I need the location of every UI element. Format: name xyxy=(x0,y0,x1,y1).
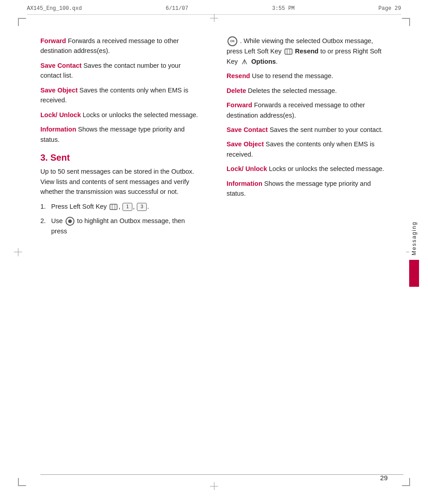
right-term-forward-label: Forward xyxy=(227,101,252,109)
resend-label: Resend xyxy=(295,48,319,55)
right-term-resend-label: Resend xyxy=(227,72,250,79)
term-save-object: Save Object Saves the contents only when… xyxy=(40,85,201,105)
right-term-save-contact: Save Contact Saves the sent number to yo… xyxy=(227,125,388,135)
section-intro: Up to 50 sent messages can be stored in … xyxy=(40,167,201,197)
step1: 1. Press Left Soft Key , 1, 3. xyxy=(40,202,201,211)
term-save-contact: Save Contact Saves the contact number to… xyxy=(40,61,201,81)
rsk-icon xyxy=(240,58,249,66)
term-save-object-label: Save Object xyxy=(40,87,78,94)
corner-bl xyxy=(18,478,26,486)
right-term-information-label: Information xyxy=(227,180,262,187)
right-term-save-object: Save Object Saves the contents only when… xyxy=(227,139,388,159)
section-title-sent: 3. Sent xyxy=(40,153,201,163)
term-save-contact-label: Save Contact xyxy=(40,62,82,69)
step2-num: 2. xyxy=(40,216,49,236)
header-time: 3:55 PM xyxy=(272,5,294,12)
sidebar-label: Messaging xyxy=(409,217,419,259)
right-terms: Resend Use to resend the message. Delete… xyxy=(227,71,388,199)
right-term-save-contact-def: Saves the sent number to your contact. xyxy=(270,126,383,133)
nav-icon xyxy=(66,217,74,226)
step2-continued: . While viewing the selected Outbox mess… xyxy=(227,36,388,66)
bottom-divider xyxy=(40,474,403,475)
header-bar: AX145_Eng_100.qxd 6/11/07 3:55 PM Page 2… xyxy=(27,5,401,15)
header-page: Page 29 xyxy=(379,5,401,12)
term-forward: Forward Forwards a received message to o… xyxy=(40,36,201,56)
term-information: Information Shows the message type prior… xyxy=(40,124,201,145)
left-terms: Forward Forwards a received message to o… xyxy=(40,36,201,145)
right-term-lock-unlock: Lock/ Unlock Locks or unlocks the select… xyxy=(227,164,388,174)
step2-content: Use to highlight an Outbox message, then… xyxy=(51,216,201,236)
term-lock-unlock-def: Locks or unlocks the selected message. xyxy=(83,111,198,118)
right-term-resend: Resend Use to resend the message. xyxy=(227,71,388,81)
right-term-delete: Delete Deletes the selected message. xyxy=(227,86,388,96)
header-filename: AX145_Eng_100.qxd xyxy=(27,5,82,12)
corner-tl xyxy=(18,18,26,26)
svg-rect-0 xyxy=(110,204,117,210)
right-term-save-contact-label: Save Contact xyxy=(227,126,268,133)
key-1: 1 xyxy=(122,203,132,211)
step2: 2. Use to highlight an Outbox message, t… xyxy=(40,216,201,236)
lsk-icon xyxy=(109,203,118,211)
term-forward-label: Forward xyxy=(40,37,66,44)
corner-br xyxy=(402,478,410,486)
step1-content: Press Left Soft Key , 1, 3. xyxy=(51,202,149,211)
header-date: 6/11/07 xyxy=(166,5,188,12)
content-area: Forward Forwards a received message to o… xyxy=(40,36,388,468)
page-number: 29 xyxy=(380,474,388,482)
right-term-delete-label: Delete xyxy=(227,87,246,94)
svg-rect-3 xyxy=(285,49,292,54)
right-term-delete-def: Deletes the selected message. xyxy=(248,87,337,94)
lsk-icon-2 xyxy=(284,48,293,56)
right-term-save-object-label: Save Object xyxy=(227,140,264,148)
right-term-forward: Forward Forwards a received message to o… xyxy=(227,100,388,120)
key-3: 3 xyxy=(137,203,147,211)
step1-num: 1. xyxy=(40,202,49,211)
page-container: AX145_Eng_100.qxd 6/11/07 3:55 PM Page 2… xyxy=(0,0,428,504)
term-information-label: Information xyxy=(40,126,76,133)
left-column: Forward Forwards a received message to o… xyxy=(40,36,214,468)
term-lock-unlock: Lock/ Unlock Locks or unlocks the select… xyxy=(40,110,201,120)
ok-icon xyxy=(227,36,237,46)
sidebar-accent xyxy=(409,260,419,287)
right-term-resend-def: Use to resend the message. xyxy=(252,72,333,79)
right-term-lock-unlock-label: Lock/ Unlock xyxy=(227,165,267,172)
options-label: Options xyxy=(251,58,276,65)
right-column: . While viewing the selected Outbox mess… xyxy=(214,36,388,468)
sidebar-container: Messaging xyxy=(409,217,419,286)
corner-tr xyxy=(402,18,410,26)
right-term-lock-unlock-def: Locks or unlocks the selected message. xyxy=(269,165,384,172)
right-term-information: Information Shows the message type prior… xyxy=(227,179,388,199)
term-lock-unlock-label: Lock/ Unlock xyxy=(40,111,81,118)
